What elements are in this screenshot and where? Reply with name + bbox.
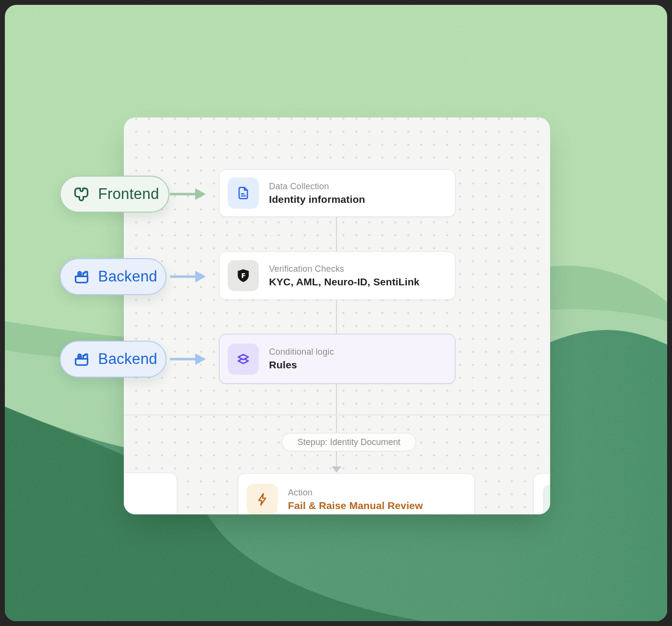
toolbox-icon bbox=[72, 267, 91, 286]
node-label: Data Collection bbox=[269, 181, 365, 192]
node-conditional-logic[interactable]: Conditional logic Rules bbox=[219, 334, 455, 384]
backend-arrow-icon bbox=[170, 351, 207, 367]
toolbox-icon bbox=[72, 350, 91, 368]
frontend-arrow-icon bbox=[170, 186, 207, 202]
partial-node-left bbox=[124, 473, 177, 514]
node-verification-checks[interactable]: F Verification Checks KYC, AML, Neuro-ID… bbox=[219, 251, 455, 300]
lane-pill-backend-1[interactable]: Backend bbox=[60, 258, 167, 295]
lane-divider-line bbox=[124, 414, 550, 415]
shield-letter: F bbox=[241, 272, 246, 280]
flow-arrowhead-icon bbox=[332, 466, 341, 473]
node-action[interactable]: Action Fail & Raise Manual Review bbox=[238, 473, 475, 514]
document-icon bbox=[228, 178, 259, 209]
node-label: Conditional logic bbox=[269, 347, 334, 357]
shield-f-icon: F bbox=[228, 260, 259, 291]
node-label: Verification Checks bbox=[269, 264, 420, 274]
node-title: Rules bbox=[269, 359, 334, 371]
partial-node-right bbox=[533, 473, 550, 514]
lightning-icon bbox=[247, 484, 278, 514]
lane-pill-frontend[interactable]: Frontend bbox=[60, 176, 169, 213]
lane-pill-label: Frontend bbox=[98, 185, 159, 203]
node-data-collection[interactable]: Data Collection Identity information bbox=[219, 169, 455, 217]
stepup-badge: Stepup: Identity Document bbox=[282, 433, 416, 451]
stepup-badge-label: Stepup: Identity Document bbox=[297, 437, 400, 447]
lane-pill-label: Backend bbox=[98, 268, 157, 285]
node-label: Action bbox=[288, 488, 423, 498]
node-title: KYC, AML, Neuro-ID, SentiLink bbox=[269, 276, 420, 288]
lane-pill-backend-2[interactable]: Backend bbox=[60, 341, 167, 378]
node-title: Identity information bbox=[269, 194, 365, 205]
workflow-canvas: Data Collection Identity information F V… bbox=[124, 117, 550, 514]
backend-arrow-icon bbox=[170, 269, 207, 284]
screenshot-frame: Data Collection Identity information F V… bbox=[0, 0, 672, 626]
paint-brush-icon bbox=[72, 185, 91, 203]
node-title: Fail & Raise Manual Review bbox=[288, 500, 423, 511]
lane-pill-label: Backend bbox=[98, 350, 157, 368]
stack-icon bbox=[228, 344, 259, 375]
